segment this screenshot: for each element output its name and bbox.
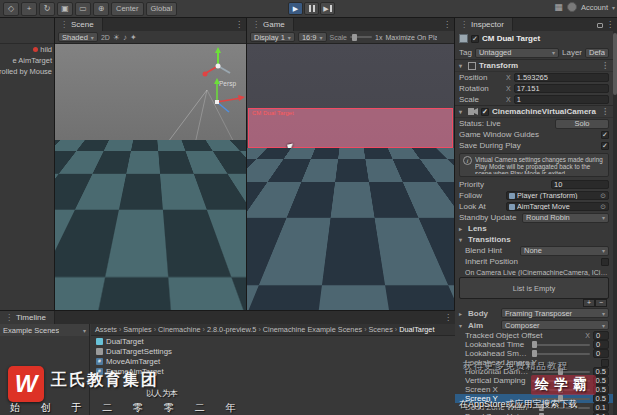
component-menu-icon[interactable]: ⋮ <box>601 61 609 70</box>
scene-pane-menu-icon[interactable]: ⋮ <box>235 20 243 29</box>
transitions-foldout[interactable]: ▾ Transitions <box>455 234 613 245</box>
breadcrumb-item-current[interactable]: DualTarget <box>399 325 434 334</box>
inspector-scrollbar[interactable] <box>613 31 617 415</box>
lookahead-time-slider[interactable] <box>532 344 590 346</box>
pivot-center-button[interactable]: Center <box>111 2 144 16</box>
blend-hint-dropdown[interactable]: None ▾ <box>520 246 609 256</box>
vcam-enabled-checkbox[interactable]: ✓ <box>481 108 489 116</box>
position-x-field[interactable]: 1.593265 <box>514 73 609 82</box>
layer-dropdown[interactable]: Default <box>585 48 609 58</box>
display-dropdown[interactable]: Display 1 ▾ <box>250 32 295 42</box>
move-gizmo[interactable] <box>203 76 246 116</box>
dead-zone-width-field[interactable]: 0.1 <box>593 403 609 412</box>
aspect-dropdown[interactable]: 16:9 ▾ <box>298 32 327 42</box>
game-window-guides-checkbox[interactable]: ✓ <box>601 131 609 139</box>
shading-mode-dropdown[interactable]: Shaded ▾ <box>58 32 98 42</box>
vertical-damping-field[interactable]: 0.5 <box>593 376 609 385</box>
services-icon[interactable]: ▦ <box>554 2 563 12</box>
vcam-component-header[interactable]: ▾ ✓ CinemachineVirtualCamera ⋮ <box>455 105 613 118</box>
asset-row[interactable]: # MoveAimTarget <box>91 356 455 366</box>
breadcrumb-item[interactable]: Samples <box>123 325 151 334</box>
object-picker-icon[interactable]: ⊙ <box>600 203 606 211</box>
rotation-x-field[interactable]: 17.151 <box>514 84 609 93</box>
follow-object-field[interactable]: Player (Transform) ⊙ <box>506 191 609 200</box>
aim-dropdown[interactable]: Composer ▾ <box>501 320 609 330</box>
lookat-object-field[interactable]: AimTarget Move ⊙ <box>506 202 609 211</box>
inspector-pane-menu-icon[interactable]: ⋮ <box>606 20 614 29</box>
asset-row[interactable]: DualTargetSettings <box>91 346 455 356</box>
hierarchy-item[interactable]: ontrolled by Mouse <box>0 66 54 77</box>
hierarchy-item[interactable]: hild <box>0 44 54 55</box>
toggle-2d-button[interactable]: 2D <box>101 34 110 41</box>
tracked-object-offset-x-field[interactable]: 0 <box>593 331 609 340</box>
scene-audio-icon[interactable]: ♪ <box>123 33 127 42</box>
game-pane-menu-icon[interactable]: ⋮ <box>443 20 451 29</box>
tab-game[interactable]: ⋮ Game <box>247 18 294 31</box>
maximize-on-play-toggle[interactable]: Maximize On Play <box>385 34 437 41</box>
priority-field[interactable]: 10 <box>551 180 609 189</box>
scene-viewport[interactable]: Persp <box>55 44 246 310</box>
asset-row[interactable]: # FrameAimTarget <box>91 366 455 376</box>
pivot-global-button[interactable]: Global <box>146 2 178 16</box>
lookahead-time-field[interactable]: 0 <box>593 340 609 349</box>
list-remove-button[interactable]: − <box>595 299 607 307</box>
scale-x-field[interactable]: 1 <box>514 95 609 104</box>
foldout-icon[interactable]: ▸ <box>459 310 465 317</box>
horizontal-damping-slider[interactable] <box>532 371 590 373</box>
game-viewport[interactable]: CM Dual Target <box>247 44 454 310</box>
solo-button[interactable]: Solo <box>555 119 609 129</box>
folder-selector[interactable]: Example Scenes ▾ <box>0 324 89 336</box>
lookahead-smoothing-field[interactable]: 0 <box>593 349 609 358</box>
breadcrumb-item[interactable]: Cinemachine <box>158 325 201 334</box>
lookahead-ignore-y-checkbox[interactable] <box>601 359 609 367</box>
inspector-lock-icon[interactable] <box>597 20 603 29</box>
foldout-icon[interactable]: ▾ <box>459 322 465 329</box>
component-menu-icon[interactable]: ⋮ <box>601 107 609 116</box>
body-dropdown[interactable]: Framing Transposer ▾ <box>501 308 609 318</box>
transform-component-header[interactable]: ▾ Transform ⋮ <box>455 59 613 72</box>
screen-y-slider[interactable] <box>532 398 590 400</box>
account-button[interactable]: Account <box>581 3 608 12</box>
dead-zone-width-slider[interactable] <box>532 407 590 409</box>
gameobject-active-checkbox[interactable]: ✓ <box>471 35 479 43</box>
play-button[interactable]: ▶ <box>288 2 303 15</box>
foldout-icon[interactable]: ▾ <box>459 108 465 115</box>
gameobject-name[interactable]: CM Dual Target <box>482 34 609 43</box>
scene-lighting-icon[interactable]: ☀ <box>113 33 120 42</box>
screen-x-field[interactable]: 0.5 <box>593 385 609 394</box>
breadcrumb-item[interactable]: 2.8.0-preview.5 <box>207 325 257 334</box>
breadcrumb-item[interactable]: Scenes <box>368 325 392 334</box>
tab-inspector[interactable]: ⋮ Inspector <box>455 18 513 31</box>
step-button[interactable]: ▶ <box>320 2 335 15</box>
breadcrumb-item[interactable]: Cinemachine Example Scenes <box>263 325 362 334</box>
lens-foldout[interactable]: ▸ Lens <box>455 223 613 234</box>
bottom-pane-menu-icon[interactable]: ⋮ <box>444 313 452 322</box>
transform-tool-button[interactable]: ⊕ <box>93 2 109 16</box>
move-tool-button[interactable]: + <box>21 2 37 16</box>
vertical-damping-slider[interactable] <box>532 380 590 382</box>
hand-tool-button[interactable]: ◇ <box>3 2 19 16</box>
object-picker-icon[interactable]: ⊙ <box>600 192 606 200</box>
list-add-button[interactable]: + <box>583 299 595 307</box>
horizontal-damping-field[interactable]: 0.5 <box>593 367 609 376</box>
save-during-play-checkbox[interactable]: ✓ <box>601 142 609 150</box>
foldout-icon[interactable]: ▾ <box>459 62 465 69</box>
tab-timeline[interactable]: ⋮ Timeline <box>0 311 55 324</box>
rotate-tool-button[interactable]: ↻ <box>39 2 55 16</box>
lookahead-smoothing-slider[interactable] <box>532 353 590 355</box>
screen-y-field[interactable]: 0.5 <box>593 394 609 403</box>
screen-x-slider[interactable] <box>532 389 590 391</box>
breadcrumb-item[interactable]: Assets <box>95 325 117 334</box>
hierarchy-item[interactable]: e AimTarget <box>0 55 54 66</box>
tag-dropdown[interactable]: Untagged ▾ <box>475 48 559 58</box>
inherit-position-checkbox[interactable] <box>601 258 609 266</box>
tab-scene[interactable]: ⋮ Scene <box>55 18 103 31</box>
pause-button[interactable] <box>304 2 319 15</box>
standby-update-dropdown[interactable]: Round Robin ▾ <box>522 213 609 223</box>
asset-row[interactable]: DualTarget <box>91 336 455 346</box>
scene-effects-icon[interactable]: ✦ <box>130 33 137 42</box>
game-scale-slider[interactable] <box>350 36 372 38</box>
vcam-dead-zone-guide[interactable]: CM Dual Target <box>248 108 453 148</box>
scale-tool-button[interactable]: ▣ <box>57 2 73 16</box>
rect-tool-button[interactable]: ▭ <box>75 2 91 16</box>
